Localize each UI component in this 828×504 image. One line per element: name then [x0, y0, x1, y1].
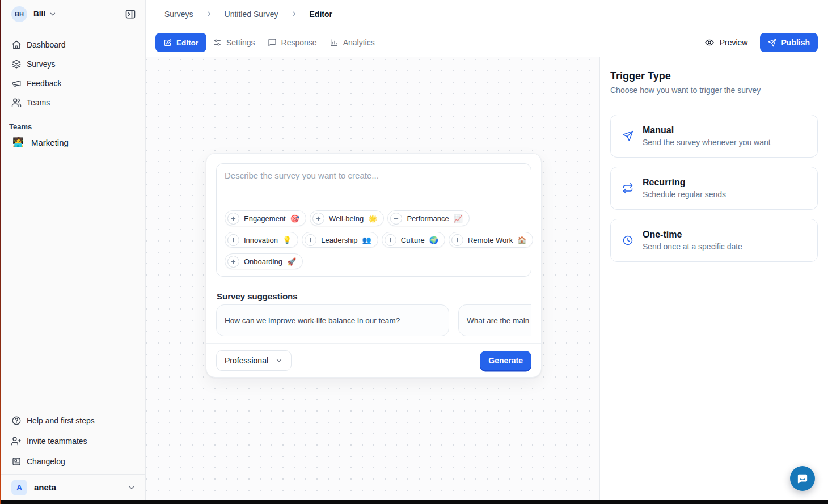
sidebar: BH Bill Dashboard Surveys F [0, 0, 146, 500]
panel-title: Trigger Type [610, 70, 818, 82]
send-icon [622, 130, 633, 142]
sidebar-item-changelog[interactable]: Changelog [0, 451, 145, 472]
topic-chip-onboarding[interactable]: Onboarding 🚀 [225, 253, 303, 269]
chevron-down-icon [127, 483, 136, 492]
chip-row: Innovation 💡 Leadership 👥 Culture 🌍 [225, 232, 523, 248]
suggestion-card[interactable]: How can we improve work-life balance in … [216, 304, 449, 336]
sidebar-item-label: Dashboard [27, 40, 66, 49]
sidebar-item-teams[interactable]: Teams [0, 93, 145, 112]
plus-circle-icon [227, 256, 239, 268]
panel-collapse-icon [125, 9, 136, 20]
people-emoji-icon: 👥 [362, 236, 371, 244]
breadcrumb: Surveys Untitled Survey Editor [146, 0, 828, 28]
trigger-title: One-time [643, 228, 742, 241]
survey-prompt-input[interactable] [225, 171, 523, 199]
panel-header: Trigger Type Choose how you want to trig… [600, 57, 828, 104]
trigger-title: Recurring [643, 176, 726, 189]
workspace-name: Bill [33, 10, 45, 18]
target-emoji-icon: 🎯 [290, 215, 299, 222]
tab-analytics[interactable]: Analytics [323, 33, 381, 52]
chip-label: Well-being [329, 214, 364, 223]
help-circle-icon [11, 416, 22, 426]
trigger-description: Schedule regular sends [643, 189, 726, 200]
newspaper-icon [11, 456, 22, 467]
breadcrumb-untitled-survey[interactable]: Untitled Survey [225, 10, 278, 19]
trigger-option-one-time[interactable]: One-time Send once at a specific date [610, 219, 818, 262]
breadcrumb-surveys[interactable]: Surveys [164, 10, 193, 19]
suggestion-card[interactable]: What are the main ob [458, 304, 531, 336]
trigger-title: Manual [643, 124, 771, 137]
globe-emoji-icon: 🌍 [429, 236, 438, 244]
composer-footer: Professional Generate [206, 343, 541, 377]
workspace-switcher[interactable]: BH Bill [0, 0, 145, 28]
bulb-emoji-icon: 💡 [282, 236, 292, 244]
rocket-emoji-icon: 🚀 [287, 258, 296, 265]
account-menu[interactable]: A aneta [0, 474, 145, 500]
plus-circle-icon [227, 213, 239, 225]
sidebar-item-label: Surveys [27, 60, 56, 69]
editor-canvas[interactable]: Engagement 🎯 Well-being 🌟 Performance 📈 [146, 57, 599, 500]
topic-chip-leadership[interactable]: Leadership 👥 [302, 232, 378, 248]
topic-chip-well-being[interactable]: Well-being 🌟 [310, 210, 384, 226]
sidebar-item-feedback[interactable]: Feedback [0, 74, 145, 93]
trigger-option-recurring[interactable]: Recurring Schedule regular sends [610, 167, 818, 210]
sidebar-nav: Dashboard Surveys Feedback Teams Teams 🧑… [0, 28, 145, 152]
survey-composer-card: Engagement 🎯 Well-being 🌟 Performance 📈 [206, 153, 542, 378]
chevron-right-icon [290, 10, 298, 18]
preview-label: Preview [720, 38, 748, 47]
chip-label: Onboarding [244, 257, 282, 266]
chip-label: Innovation [244, 236, 278, 244]
survey-prompt-box: Engagement 🎯 Well-being 🌟 Performance 📈 [216, 163, 531, 277]
chip-label: Culture [401, 236, 425, 244]
preview-button[interactable]: Preview [700, 34, 753, 51]
sidebar-item-label: Changelog [27, 457, 65, 466]
clock-icon [622, 235, 633, 246]
tab-response[interactable]: Response [261, 33, 323, 52]
sidebar-collapse-button[interactable] [123, 7, 138, 22]
send-icon [768, 39, 776, 47]
sidebar-footer: Help and first steps Invite teammates Ch… [0, 406, 145, 500]
panel-subtitle: Choose how you want to trigger the surve… [610, 86, 818, 95]
megaphone-icon [11, 78, 22, 88]
plus-circle-icon [312, 213, 324, 225]
home-icon [11, 40, 22, 50]
sliders-icon [213, 38, 222, 47]
chevron-down-icon [49, 10, 57, 18]
technologist-emoji-icon: 🧑‍💻 [12, 138, 24, 147]
tab-editor[interactable]: Editor [155, 33, 206, 52]
sidebar-item-surveys[interactable]: Surveys [0, 54, 145, 74]
chip-label: Performance [407, 214, 449, 223]
suggestions-title: Survey suggestions [217, 291, 531, 301]
topic-chip-culture[interactable]: Culture 🌍 [382, 232, 445, 248]
sidebar-item-invite-teammates[interactable]: Invite teammates [0, 431, 145, 451]
trigger-options: Manual Send the survey whenever you want… [600, 104, 828, 262]
chat-launcher-button[interactable] [790, 466, 815, 491]
topic-chip-engagement[interactable]: Engagement 🎯 [225, 210, 306, 226]
plus-circle-icon [451, 234, 463, 246]
tone-select[interactable]: Professional [216, 350, 292, 371]
tab-settings[interactable]: Settings [206, 33, 261, 52]
suggestion-text: How can we improve work-life balance in … [225, 316, 400, 325]
trigger-option-manual[interactable]: Manual Send the survey whenever you want [610, 115, 818, 158]
generate-label: Generate [488, 356, 523, 365]
chevron-down-icon [275, 357, 283, 365]
sidebar-item-dashboard[interactable]: Dashboard [0, 35, 145, 54]
topic-chips: Engagement 🎯 Well-being 🌟 Performance 📈 [225, 210, 523, 269]
publish-button[interactable]: Publish [760, 33, 818, 52]
repeat-icon [622, 183, 633, 194]
account-avatar: A [11, 480, 27, 495]
topic-chip-remote-work[interactable]: Remote Work 🏠 [449, 232, 533, 248]
topic-chip-performance[interactable]: Performance 📈 [387, 210, 470, 226]
topic-chip-innovation[interactable]: Innovation 💡 [225, 232, 298, 248]
team-item-label: Marketing [31, 138, 69, 147]
sidebar-item-marketing[interactable]: 🧑‍💻 Marketing [0, 133, 145, 152]
tab-label: Editor [176, 39, 198, 47]
trigger-description: Send the survey whenever you want [643, 137, 771, 148]
tone-value: Professional [225, 356, 268, 365]
tab-label: Response [281, 38, 317, 47]
workspace-avatar: BH [11, 6, 27, 22]
sidebar-item-help[interactable]: Help and first steps [0, 410, 145, 431]
account-name: aneta [34, 482, 56, 492]
chip-row: Engagement 🎯 Well-being 🌟 Performance 📈 [225, 210, 523, 226]
generate-button[interactable]: Generate [480, 351, 531, 370]
